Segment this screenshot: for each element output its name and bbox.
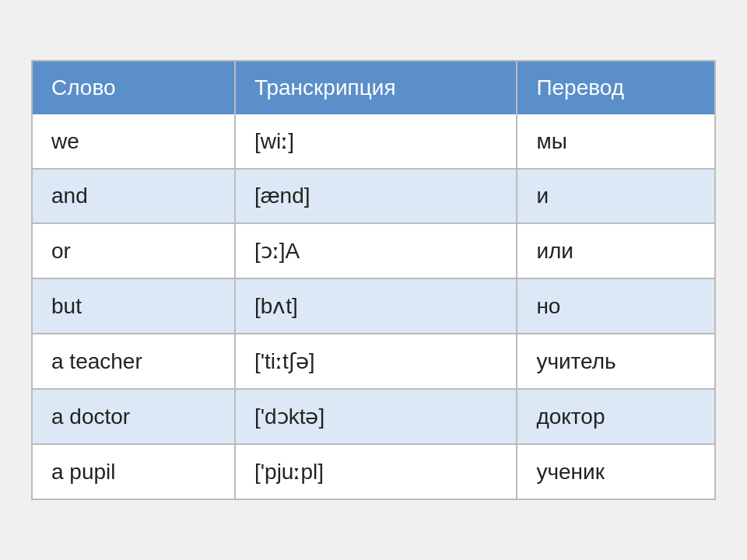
vocabulary-table-wrapper: Слово Транскрипция Перевод we[wiː]мыand[…	[31, 60, 716, 500]
header-translation: Перевод	[517, 61, 715, 114]
table-header-row: Слово Транскрипция Перевод	[32, 61, 715, 114]
cell-transcription: [wiː]	[235, 114, 517, 169]
table-row: a pupil['pjuːpl]ученик	[32, 444, 715, 499]
cell-translation: и	[517, 169, 715, 223]
cell-word: we	[32, 114, 235, 169]
table-row: or[ɔː]Aили	[32, 223, 715, 278]
table-row: we[wiː]мы	[32, 114, 715, 169]
table-row: a doctor['dɔktə]доктор	[32, 389, 715, 444]
cell-transcription: [ɔː]A	[235, 223, 517, 278]
cell-transcription: ['tiːtʃə]	[235, 334, 517, 389]
cell-word: a doctor	[32, 389, 235, 444]
table-row: a teacher['tiːtʃə]учитель	[32, 334, 715, 389]
cell-transcription: [ænd]	[235, 169, 517, 223]
cell-word: and	[32, 169, 235, 223]
cell-transcription: ['dɔktə]	[235, 389, 517, 444]
cell-word: or	[32, 223, 235, 278]
cell-word: a pupil	[32, 444, 235, 499]
cell-translation: но	[517, 278, 715, 334]
cell-word: but	[32, 278, 235, 334]
table-row: and[ænd]и	[32, 169, 715, 223]
cell-transcription: [bʌt]	[235, 278, 517, 334]
table-row: but[bʌt]но	[32, 278, 715, 334]
vocabulary-table: Слово Транскрипция Перевод we[wiː]мыand[…	[31, 60, 716, 500]
cell-word: a teacher	[32, 334, 235, 389]
cell-translation: учитель	[517, 334, 715, 389]
cell-translation: доктор	[517, 389, 715, 444]
cell-translation: мы	[517, 114, 715, 169]
header-word: Слово	[32, 61, 235, 114]
cell-translation: или	[517, 223, 715, 278]
header-transcription: Транскрипция	[235, 61, 517, 114]
cell-translation: ученик	[517, 444, 715, 499]
cell-transcription: ['pjuːpl]	[235, 444, 517, 499]
